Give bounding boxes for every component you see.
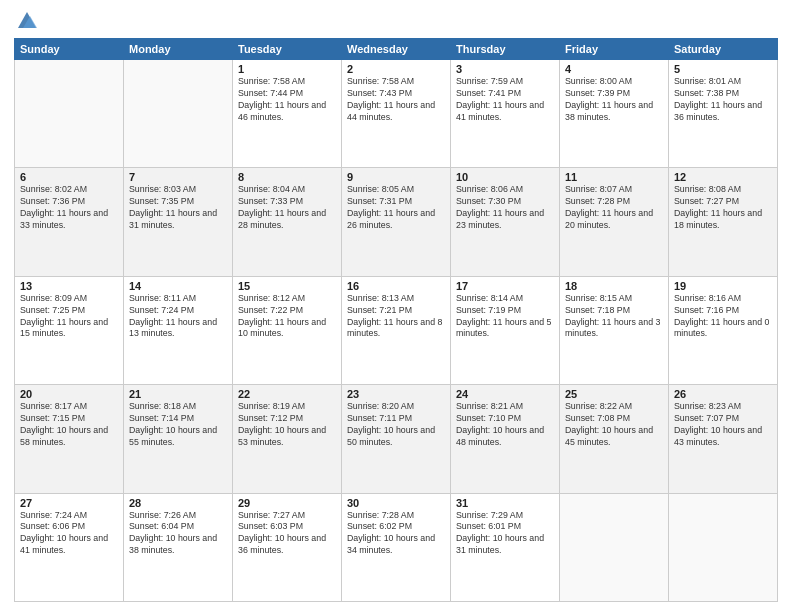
day-number: 8 — [238, 171, 336, 183]
day-cell — [669, 493, 778, 601]
day-info: Sunrise: 8:07 AM Sunset: 7:28 PM Dayligh… — [565, 184, 663, 232]
day-number: 29 — [238, 497, 336, 509]
day-info: Sunrise: 8:08 AM Sunset: 7:27 PM Dayligh… — [674, 184, 772, 232]
day-info: Sunrise: 7:58 AM Sunset: 7:44 PM Dayligh… — [238, 76, 336, 124]
day-number: 9 — [347, 171, 445, 183]
day-cell: 28Sunrise: 7:26 AM Sunset: 6:04 PM Dayli… — [124, 493, 233, 601]
day-cell: 17Sunrise: 8:14 AM Sunset: 7:19 PM Dayli… — [451, 276, 560, 384]
day-info: Sunrise: 8:16 AM Sunset: 7:16 PM Dayligh… — [674, 293, 772, 341]
day-number: 28 — [129, 497, 227, 509]
day-number: 10 — [456, 171, 554, 183]
week-row-4: 20Sunrise: 8:17 AM Sunset: 7:15 PM Dayli… — [15, 385, 778, 493]
day-info: Sunrise: 8:01 AM Sunset: 7:38 PM Dayligh… — [674, 76, 772, 124]
day-cell: 1Sunrise: 7:58 AM Sunset: 7:44 PM Daylig… — [233, 60, 342, 168]
day-cell: 9Sunrise: 8:05 AM Sunset: 7:31 PM Daylig… — [342, 168, 451, 276]
day-info: Sunrise: 8:14 AM Sunset: 7:19 PM Dayligh… — [456, 293, 554, 341]
day-cell — [124, 60, 233, 168]
day-number: 22 — [238, 388, 336, 400]
day-number: 3 — [456, 63, 554, 75]
day-number: 5 — [674, 63, 772, 75]
day-info: Sunrise: 8:02 AM Sunset: 7:36 PM Dayligh… — [20, 184, 118, 232]
day-number: 27 — [20, 497, 118, 509]
day-info: Sunrise: 7:29 AM Sunset: 6:01 PM Dayligh… — [456, 510, 554, 558]
day-cell: 18Sunrise: 8:15 AM Sunset: 7:18 PM Dayli… — [560, 276, 669, 384]
day-number: 21 — [129, 388, 227, 400]
weekday-friday: Friday — [560, 39, 669, 60]
day-cell: 7Sunrise: 8:03 AM Sunset: 7:35 PM Daylig… — [124, 168, 233, 276]
weekday-header-row: SundayMondayTuesdayWednesdayThursdayFrid… — [15, 39, 778, 60]
day-info: Sunrise: 8:19 AM Sunset: 7:12 PM Dayligh… — [238, 401, 336, 449]
day-info: Sunrise: 8:18 AM Sunset: 7:14 PM Dayligh… — [129, 401, 227, 449]
day-info: Sunrise: 8:06 AM Sunset: 7:30 PM Dayligh… — [456, 184, 554, 232]
day-cell: 26Sunrise: 8:23 AM Sunset: 7:07 PM Dayli… — [669, 385, 778, 493]
day-cell: 5Sunrise: 8:01 AM Sunset: 7:38 PM Daylig… — [669, 60, 778, 168]
day-number: 24 — [456, 388, 554, 400]
day-number: 30 — [347, 497, 445, 509]
header — [14, 10, 778, 32]
weekday-saturday: Saturday — [669, 39, 778, 60]
day-cell: 3Sunrise: 7:59 AM Sunset: 7:41 PM Daylig… — [451, 60, 560, 168]
day-number: 4 — [565, 63, 663, 75]
day-cell: 4Sunrise: 8:00 AM Sunset: 7:39 PM Daylig… — [560, 60, 669, 168]
day-info: Sunrise: 8:00 AM Sunset: 7:39 PM Dayligh… — [565, 76, 663, 124]
day-cell: 14Sunrise: 8:11 AM Sunset: 7:24 PM Dayli… — [124, 276, 233, 384]
week-row-2: 6Sunrise: 8:02 AM Sunset: 7:36 PM Daylig… — [15, 168, 778, 276]
day-info: Sunrise: 8:12 AM Sunset: 7:22 PM Dayligh… — [238, 293, 336, 341]
day-cell: 11Sunrise: 8:07 AM Sunset: 7:28 PM Dayli… — [560, 168, 669, 276]
day-cell: 8Sunrise: 8:04 AM Sunset: 7:33 PM Daylig… — [233, 168, 342, 276]
week-row-5: 27Sunrise: 7:24 AM Sunset: 6:06 PM Dayli… — [15, 493, 778, 601]
day-cell: 21Sunrise: 8:18 AM Sunset: 7:14 PM Dayli… — [124, 385, 233, 493]
day-number: 31 — [456, 497, 554, 509]
day-number: 12 — [674, 171, 772, 183]
day-info: Sunrise: 7:58 AM Sunset: 7:43 PM Dayligh… — [347, 76, 445, 124]
day-cell: 15Sunrise: 8:12 AM Sunset: 7:22 PM Dayli… — [233, 276, 342, 384]
day-cell — [560, 493, 669, 601]
day-info: Sunrise: 7:27 AM Sunset: 6:03 PM Dayligh… — [238, 510, 336, 558]
day-info: Sunrise: 8:03 AM Sunset: 7:35 PM Dayligh… — [129, 184, 227, 232]
day-cell: 20Sunrise: 8:17 AM Sunset: 7:15 PM Dayli… — [15, 385, 124, 493]
day-cell: 23Sunrise: 8:20 AM Sunset: 7:11 PM Dayli… — [342, 385, 451, 493]
day-number: 2 — [347, 63, 445, 75]
day-cell: 6Sunrise: 8:02 AM Sunset: 7:36 PM Daylig… — [15, 168, 124, 276]
weekday-wednesday: Wednesday — [342, 39, 451, 60]
day-info: Sunrise: 7:26 AM Sunset: 6:04 PM Dayligh… — [129, 510, 227, 558]
day-info: Sunrise: 8:04 AM Sunset: 7:33 PM Dayligh… — [238, 184, 336, 232]
day-info: Sunrise: 7:24 AM Sunset: 6:06 PM Dayligh… — [20, 510, 118, 558]
page: SundayMondayTuesdayWednesdayThursdayFrid… — [0, 0, 792, 612]
day-cell: 29Sunrise: 7:27 AM Sunset: 6:03 PM Dayli… — [233, 493, 342, 601]
day-number: 1 — [238, 63, 336, 75]
day-cell: 30Sunrise: 7:28 AM Sunset: 6:02 PM Dayli… — [342, 493, 451, 601]
day-info: Sunrise: 8:23 AM Sunset: 7:07 PM Dayligh… — [674, 401, 772, 449]
day-info: Sunrise: 8:11 AM Sunset: 7:24 PM Dayligh… — [129, 293, 227, 341]
weekday-thursday: Thursday — [451, 39, 560, 60]
day-number: 23 — [347, 388, 445, 400]
day-info: Sunrise: 8:21 AM Sunset: 7:10 PM Dayligh… — [456, 401, 554, 449]
day-cell: 2Sunrise: 7:58 AM Sunset: 7:43 PM Daylig… — [342, 60, 451, 168]
week-row-1: 1Sunrise: 7:58 AM Sunset: 7:44 PM Daylig… — [15, 60, 778, 168]
day-number: 26 — [674, 388, 772, 400]
day-number: 14 — [129, 280, 227, 292]
day-number: 18 — [565, 280, 663, 292]
day-number: 15 — [238, 280, 336, 292]
day-info: Sunrise: 8:13 AM Sunset: 7:21 PM Dayligh… — [347, 293, 445, 341]
weekday-tuesday: Tuesday — [233, 39, 342, 60]
day-info: Sunrise: 7:28 AM Sunset: 6:02 PM Dayligh… — [347, 510, 445, 558]
day-cell: 13Sunrise: 8:09 AM Sunset: 7:25 PM Dayli… — [15, 276, 124, 384]
day-info: Sunrise: 7:59 AM Sunset: 7:41 PM Dayligh… — [456, 76, 554, 124]
day-cell: 24Sunrise: 8:21 AM Sunset: 7:10 PM Dayli… — [451, 385, 560, 493]
day-info: Sunrise: 8:17 AM Sunset: 7:15 PM Dayligh… — [20, 401, 118, 449]
day-number: 25 — [565, 388, 663, 400]
day-number: 17 — [456, 280, 554, 292]
day-cell: 25Sunrise: 8:22 AM Sunset: 7:08 PM Dayli… — [560, 385, 669, 493]
day-number: 19 — [674, 280, 772, 292]
weekday-sunday: Sunday — [15, 39, 124, 60]
day-cell: 31Sunrise: 7:29 AM Sunset: 6:01 PM Dayli… — [451, 493, 560, 601]
day-cell: 19Sunrise: 8:16 AM Sunset: 7:16 PM Dayli… — [669, 276, 778, 384]
calendar-table: SundayMondayTuesdayWednesdayThursdayFrid… — [14, 38, 778, 602]
day-cell: 16Sunrise: 8:13 AM Sunset: 7:21 PM Dayli… — [342, 276, 451, 384]
day-cell: 10Sunrise: 8:06 AM Sunset: 7:30 PM Dayli… — [451, 168, 560, 276]
day-number: 20 — [20, 388, 118, 400]
day-cell: 12Sunrise: 8:08 AM Sunset: 7:27 PM Dayli… — [669, 168, 778, 276]
day-info: Sunrise: 8:05 AM Sunset: 7:31 PM Dayligh… — [347, 184, 445, 232]
day-cell: 27Sunrise: 7:24 AM Sunset: 6:06 PM Dayli… — [15, 493, 124, 601]
